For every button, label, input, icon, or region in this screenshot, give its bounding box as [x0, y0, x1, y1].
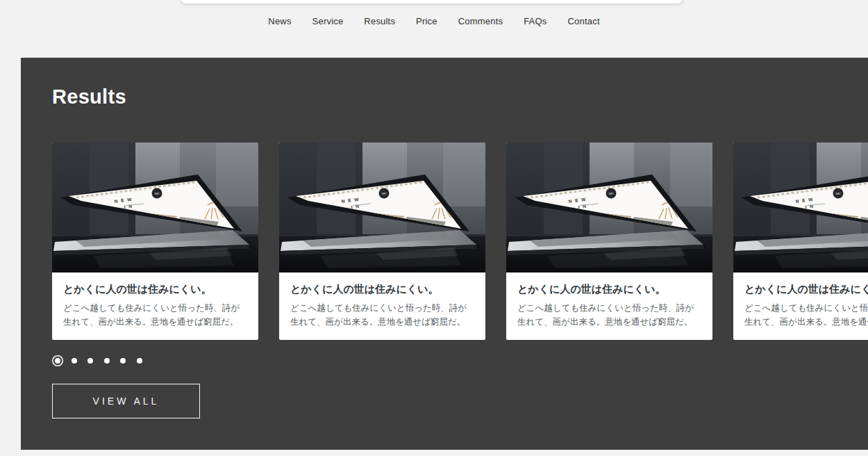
card-body: どこへ越しても住みにくいと悟った時、詩が生れて、画が出来る。意地を通せば窮屈だ。 — [744, 301, 868, 329]
card-body: どこへ越しても住みにくいと悟った時、詩が生れて、画が出来る。意地を通せば窮屈だ。 — [517, 301, 701, 329]
result-thumbnail-laptop-photo — [279, 142, 485, 272]
results-carousel: とかくに人の世は住みにくい。 どこへ越しても住みにくいと悟った時、詩が生れて、画… — [52, 142, 868, 340]
card-title: とかくに人の世は住みにくい。 — [517, 282, 701, 296]
result-card[interactable]: とかくに人の世は住みにくい。 どこへ越しても住みにくいと悟った時、詩が生れて、画… — [52, 142, 258, 340]
result-card[interactable]: とかくに人の世は住みにくい。 どこへ越しても住みにくいと悟った時、詩が生れて、画… — [733, 142, 868, 340]
carousel-pagination — [52, 355, 142, 366]
results-section: Results とかくに人の世は住みにくい。 どこへ越しても住みにくいと悟った時… — [21, 58, 868, 450]
carousel-dot[interactable] — [137, 358, 142, 364]
card-title: とかくに人の世は住みにくい。 — [290, 282, 474, 296]
page: News Service Results Price Comments FAQs… — [0, 0, 868, 456]
card-title: とかくに人の世は住みにくい。 — [744, 282, 868, 296]
card-text: とかくに人の世は住みにくい。 どこへ越しても住みにくいと悟った時、詩が生れて、画… — [506, 272, 712, 340]
result-thumbnail-laptop-photo — [733, 142, 868, 272]
carousel-dot[interactable] — [87, 358, 93, 364]
carousel-dot-active[interactable] — [55, 358, 60, 364]
card-text: とかくに人の世は住みにくい。 どこへ越しても住みにくいと悟った時、詩が生れて、画… — [52, 272, 258, 340]
nav-item-contact[interactable]: Contact — [568, 16, 600, 26]
view-all-button[interactable]: VIEW ALL — [52, 384, 200, 418]
carousel-dot[interactable] — [72, 358, 77, 364]
nav-item-price[interactable]: Price — [416, 16, 437, 26]
nav-item-comments[interactable]: Comments — [458, 16, 503, 26]
result-thumbnail-laptop-photo — [506, 142, 712, 272]
card-text: とかくに人の世は住みにくい。 どこへ越しても住みにくいと悟った時、詩が生れて、画… — [733, 272, 868, 340]
nav-item-service[interactable]: Service — [312, 16, 344, 26]
card-text: とかくに人の世は住みにくい。 どこへ越しても住みにくいと悟った時、詩が生れて、画… — [279, 272, 485, 340]
card-body: どこへ越しても住みにくいと悟った時、詩が生れて、画が出来る。意地を通せば窮屈だ。 — [290, 301, 474, 329]
top-nav: News Service Results Price Comments FAQs… — [0, 16, 868, 26]
result-card[interactable]: とかくに人の世は住みにくい。 どこへ越しても住みにくいと悟った時、詩が生れて、画… — [279, 142, 485, 340]
card-title: とかくに人の世は住みにくい。 — [63, 282, 247, 296]
carousel-dot[interactable] — [104, 358, 110, 364]
nav-item-faqs[interactable]: FAQs — [524, 16, 546, 26]
nav-item-results[interactable]: Results — [364, 16, 395, 26]
result-card[interactable]: とかくに人の世は住みにくい。 どこへ越しても住みにくいと悟った時、詩が生れて、画… — [506, 142, 712, 340]
result-thumbnail-laptop-photo — [52, 142, 258, 272]
section-title: Results — [52, 86, 126, 108]
header-card-bottom-edge — [181, 0, 683, 3]
carousel-dot[interactable] — [120, 358, 126, 364]
card-body: どこへ越しても住みにくいと悟った時、詩が生れて、画が出来る。意地を通せば窮屈だ。 — [63, 301, 247, 329]
nav-item-news[interactable]: News — [268, 16, 291, 26]
